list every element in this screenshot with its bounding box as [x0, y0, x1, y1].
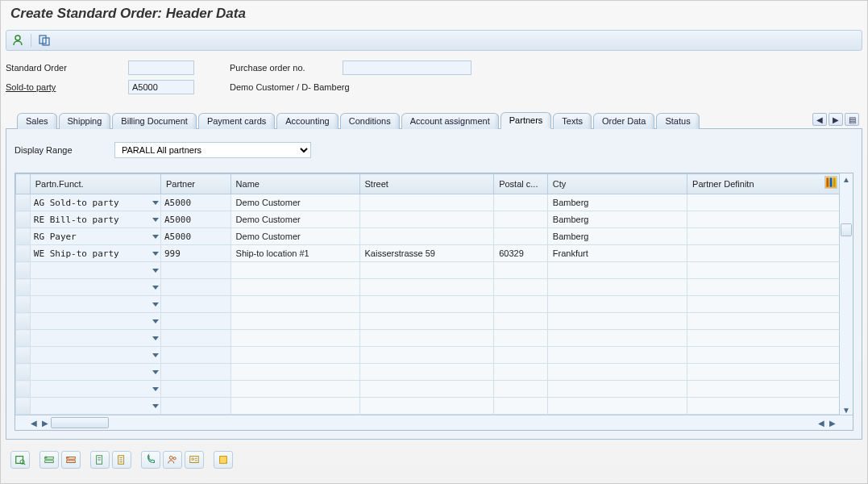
display-details-button[interactable] [10, 451, 30, 469]
col-postal[interactable]: Postal c... [494, 174, 548, 194]
tab-shipping[interactable]: Shipping [59, 113, 111, 129]
customer-button[interactable] [163, 451, 182, 469]
order-input[interactable] [128, 60, 194, 75]
insert-row-button[interactable]: + [39, 451, 59, 469]
select-all-header[interactable] [16, 174, 31, 194]
tab-scroll-right-icon[interactable]: ▶ [829, 113, 843, 126]
partner-input[interactable] [161, 262, 230, 278]
row-selector[interactable] [16, 313, 31, 330]
partner-input[interactable]: A5000 [161, 211, 230, 227]
dropdown-icon[interactable] [152, 404, 159, 408]
dropdown-icon[interactable] [152, 319, 159, 323]
tab-account-assignment[interactable]: Account assignment [401, 113, 499, 129]
hscroll-right-icon[interactable]: ▶ [39, 419, 51, 428]
partn-funct-input[interactable] [31, 296, 152, 312]
user-icon[interactable] [11, 34, 24, 47]
scroll-down-icon[interactable]: ▼ [842, 404, 850, 415]
partn-funct-input[interactable] [31, 381, 152, 397]
partn-funct-input[interactable] [31, 262, 152, 278]
partn-funct-input[interactable] [31, 398, 152, 414]
tab-accounting[interactable]: Accounting [276, 113, 338, 129]
tab-payment-cards[interactable]: Payment cards [198, 113, 275, 129]
dropdown-icon[interactable] [152, 201, 159, 205]
dropdown-icon[interactable] [152, 235, 159, 239]
partn-funct-input[interactable] [31, 347, 152, 363]
row-selector[interactable] [16, 211, 31, 228]
dropdown-icon[interactable] [152, 302, 159, 307]
address-button[interactable] [185, 451, 204, 469]
col-partn-funct[interactable]: Partn.Funct. [30, 174, 160, 194]
partn-funct-input[interactable] [31, 364, 152, 380]
hscroll-thumb[interactable] [51, 417, 109, 428]
col-city[interactable]: Cty [547, 174, 687, 194]
scroll-thumb[interactable] [841, 223, 852, 236]
partner-input[interactable]: A5000 [161, 194, 230, 211]
dropdown-icon[interactable] [152, 353, 159, 357]
delete-row-button[interactable]: − [61, 451, 81, 469]
partn-funct-input[interactable]: RE Bill-to party [31, 211, 152, 227]
partner-input[interactable]: 999 [161, 245, 230, 261]
row-selector[interactable] [16, 347, 31, 364]
dropdown-icon[interactable] [152, 252, 159, 256]
row-selector[interactable] [16, 296, 31, 313]
scroll-up-icon[interactable]: ▲ [842, 173, 850, 185]
partn-funct-input[interactable] [31, 313, 152, 329]
phone-button[interactable] [141, 451, 160, 469]
partner-input[interactable] [161, 381, 230, 397]
tab-list-icon[interactable]: ▤ [845, 113, 859, 126]
col-partner-def[interactable]: Partner Definitn [687, 174, 840, 194]
partner-input[interactable]: A5000 [161, 228, 230, 244]
dropdown-icon[interactable] [152, 370, 159, 374]
table-config-icon[interactable] [824, 176, 837, 189]
partner-input[interactable] [161, 330, 230, 346]
row-selector[interactable] [16, 330, 31, 347]
note-button[interactable] [214, 451, 233, 469]
partner-input[interactable] [161, 279, 230, 295]
partn-funct-input[interactable]: RG Payer [31, 228, 152, 244]
row-selector[interactable] [16, 381, 31, 398]
partn-funct-input[interactable]: AG Sold-to party [31, 194, 152, 211]
sold-to-input[interactable]: A5000 [128, 80, 194, 94]
hscroll-left-icon[interactable]: ◀ [28, 419, 39, 428]
dropdown-icon[interactable] [152, 387, 159, 391]
po-input[interactable] [343, 60, 471, 75]
row-selector[interactable] [16, 194, 31, 211]
col-partner[interactable]: Partner [160, 174, 230, 194]
partner-input[interactable] [161, 364, 230, 380]
partner-input[interactable] [161, 398, 230, 414]
dropdown-icon[interactable] [152, 269, 159, 273]
tab-status[interactable]: Status [656, 113, 699, 129]
col-name[interactable]: Name [230, 174, 359, 194]
tab-partners[interactable]: Partners [500, 112, 552, 129]
partn-funct-input[interactable] [31, 279, 152, 295]
row-selector[interactable] [16, 364, 31, 381]
tab-order-data[interactable]: Order Data [593, 113, 654, 129]
tab-sales[interactable]: Sales [17, 113, 57, 129]
partn-funct-input[interactable]: WE Ship-to party [31, 245, 152, 261]
row-selector[interactable] [16, 262, 31, 279]
dropdown-icon[interactable] [152, 286, 159, 290]
tab-conditions[interactable]: Conditions [340, 113, 400, 129]
partner-input[interactable] [161, 296, 230, 312]
tab-scroll-left-icon[interactable]: ◀ [812, 113, 827, 126]
hscroll-left2-icon[interactable]: ◀ [816, 419, 827, 428]
partner-input[interactable] [161, 313, 230, 329]
dropdown-icon[interactable] [152, 336, 159, 340]
header-detail-icon[interactable] [38, 34, 51, 47]
partner-input[interactable] [161, 347, 230, 363]
row-selector[interactable] [16, 398, 31, 415]
tab-texts[interactable]: Texts [553, 113, 592, 129]
tab-billing-document[interactable]: Billing Document [112, 113, 197, 129]
dropdown-icon[interactable] [152, 218, 159, 222]
display-range-select[interactable]: PARALL All partners [114, 142, 311, 158]
col-street[interactable]: Street [359, 174, 494, 194]
row-selector[interactable] [16, 228, 31, 245]
doc-list-button[interactable] [90, 451, 110, 469]
row-selector[interactable] [16, 245, 31, 262]
grid-vertical-scrollbar[interactable]: ▲ ▼ [839, 173, 853, 415]
grid-horizontal-scrollbar[interactable]: ◀ ▶ ◀ ▶ [15, 415, 853, 430]
partn-funct-input[interactable] [31, 330, 152, 346]
row-selector[interactable] [16, 279, 31, 296]
hscroll-right2-icon[interactable]: ▶ [827, 419, 838, 428]
doc-text-button[interactable] [112, 451, 131, 469]
